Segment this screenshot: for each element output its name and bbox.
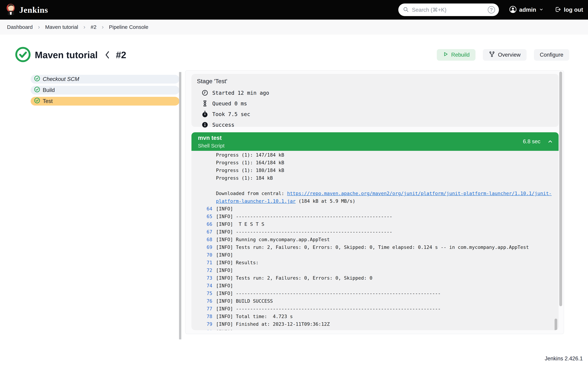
step-subtitle: Shell Script: [198, 143, 523, 149]
console-line-number: [191, 197, 212, 205]
console-line-number[interactable]: 73: [191, 274, 212, 282]
console-line-text: [INFO]: [212, 282, 236, 290]
console-line: 72[INFO]: [191, 267, 559, 274]
console-line-number[interactable]: 71: [191, 259, 212, 267]
breadcrumb-pipeline-console[interactable]: Pipeline Console: [109, 24, 148, 30]
console-line-text: [INFO]: [212, 205, 236, 213]
console-text: (184 kB at 5.9 MB/s): [295, 198, 355, 204]
search-help-icon[interactable]: ?: [488, 6, 495, 13]
build-number: #2: [116, 50, 126, 60]
console-line-number[interactable]: 75: [191, 290, 212, 297]
step-duration: 6.8 sec: [523, 138, 540, 145]
pipeline-graph-icon: [489, 51, 495, 59]
console-link[interactable]: platform-launcher-1.10.1.jar: [216, 198, 295, 204]
stage-label: Test: [43, 98, 53, 104]
overview-button[interactable]: Overview: [483, 49, 526, 61]
console-line-text: [INFO] ---------------------------------…: [212, 328, 441, 330]
console-line: platform-launcher-1.10.1.jar (184 kB at …: [191, 197, 559, 205]
console-text: [INFO] ---------------------------------…: [216, 229, 392, 234]
console-line-text: [INFO] BUILD SUCCESS: [212, 297, 273, 305]
search-input[interactable]: Search (⌘+K) ?: [398, 3, 499, 16]
pane-scrollbar-thumb[interactable]: [559, 72, 562, 306]
console-line-text: [INFO] Tests run: 2, Failures: 0, Errors…: [212, 274, 372, 282]
console-line-number[interactable]: 76: [191, 297, 212, 305]
console-text: [INFO] ---------------------------------…: [216, 306, 441, 311]
stage-started-row: Started 12 min ago: [201, 89, 269, 97]
console-line-number[interactable]: 69: [191, 243, 212, 251]
console-line-number: [191, 167, 212, 174]
console-line: [191, 182, 559, 190]
console-line: 79[INFO] Finished at: 2023-12-11T09:36:1…: [191, 320, 559, 328]
logout-button[interactable]: log out: [555, 6, 583, 13]
console-line-number: [191, 159, 212, 167]
breadcrumb-chevron-icon: ›: [38, 23, 40, 30]
console-line-number[interactable]: 72: [191, 267, 212, 274]
console-scrollbar-thumb[interactable]: [554, 319, 557, 330]
user-menu[interactable]: admin: [509, 6, 544, 14]
console-line-number: [191, 174, 212, 182]
configure-button[interactable]: Configure: [534, 49, 569, 61]
console-line: 69[INFO] Tests run: 2, Failures: 0, Erro…: [191, 243, 559, 251]
breadcrumb: Dashboard › Maven tutorial › #2 › Pipeli…: [0, 20, 588, 35]
console-line-text: [INFO] Running com.mycompany.app.AppTest: [212, 236, 330, 243]
console-line: 66[INFO] T E S T S: [191, 220, 559, 228]
console-text: [INFO] BUILD SUCCESS: [216, 298, 273, 304]
stage-details-card: Stage 'Test' Started 12 min ago Queued 0…: [191, 74, 559, 127]
console-line-text: Progress (1): 180/184 kB: [212, 167, 284, 174]
console-text: [INFO]: [216, 206, 236, 211]
console-line: 68[INFO] Running com.mycompany.app.AppTe…: [191, 236, 559, 243]
console-line-number[interactable]: 66: [191, 220, 212, 228]
console-step-header[interactable]: mvn test Shell Script 6.8 sec: [191, 132, 559, 151]
console-step-card: mvn test Shell Script 6.8 sec Progress (…: [191, 132, 559, 330]
console-line-number[interactable]: 78: [191, 313, 212, 320]
console-line-text: [212, 182, 216, 190]
console-text: [INFO]: [216, 267, 236, 273]
console-line-number: [191, 182, 212, 190]
console-line-text: Progress (1): 164/184 kB: [212, 159, 284, 167]
page-header: Maven tutorial #2 Rebuild Overview Confi…: [15, 45, 569, 65]
stage-item-checkout-scm[interactable]: Checkout SCM: [31, 75, 179, 83]
console-log-body: Progress (1): 147/184 kBProgress (1): 16…: [191, 151, 559, 330]
stage-item-test[interactable]: Test: [31, 97, 179, 106]
chevron-left-icon[interactable]: [104, 50, 111, 59]
console-line-number[interactable]: 64: [191, 205, 212, 213]
stage-queued-text: Queued 0 ms: [212, 100, 247, 107]
console-line-number[interactable]: 67: [191, 228, 212, 236]
stage-started-text: Started 12 min ago: [212, 90, 269, 96]
console-line-number[interactable]: 68: [191, 236, 212, 243]
build-success-icon: [15, 47, 31, 63]
console-text: [INFO]: [216, 283, 236, 288]
chevron-up-icon[interactable]: [547, 138, 553, 145]
console-line-number[interactable]: 70: [191, 251, 212, 259]
clock-icon: [201, 89, 208, 96]
console-line-number[interactable]: 79: [191, 320, 212, 328]
console-line: 65[INFO] -------------------------------…: [191, 213, 559, 220]
console-line: Progress (1): 180/184 kB: [191, 167, 559, 174]
console-line-number[interactable]: 65: [191, 213, 212, 220]
configure-label: Configure: [540, 52, 563, 58]
console-text: Downloaded from central:: [216, 191, 287, 196]
console-line-number: [191, 151, 212, 159]
console-line-number[interactable]: 74: [191, 282, 212, 290]
hourglass-icon: [201, 100, 208, 107]
console-line-text: [INFO] Results:: [212, 259, 259, 267]
console-text: [INFO] ---------------------------------…: [216, 291, 441, 296]
console-line-text: [INFO] ---------------------------------…: [212, 228, 392, 236]
console-line-number[interactable]: 80: [191, 328, 212, 330]
breadcrumb-dashboard[interactable]: Dashboard: [7, 24, 33, 30]
jenkins-home-link[interactable]: Jenkins: [5, 3, 48, 16]
split-drag-handle[interactable]: [179, 72, 181, 339]
console-line: Progress (1): 147/184 kB: [191, 151, 559, 159]
console-text: [INFO] Tests run: 2, Failures: 0, Errors…: [216, 244, 529, 250]
breadcrumb-job[interactable]: Maven tutorial: [45, 24, 78, 30]
stage-item-build[interactable]: Build: [31, 86, 179, 95]
overview-label: Overview: [498, 52, 520, 58]
breadcrumb-build[interactable]: #2: [91, 24, 96, 30]
console-link[interactable]: https://repo.maven.apache.org/maven2/org…: [287, 191, 552, 196]
stage-details-title: Stage 'Test': [197, 78, 227, 84]
console-line-text: [INFO] ---------------------------------…: [212, 305, 441, 313]
console-line-number[interactable]: 77: [191, 305, 212, 313]
rebuild-label: Rebuild: [451, 52, 469, 58]
pipeline-console-pane: Stage 'Test' Started 12 min ago Queued 0…: [185, 70, 564, 334]
rebuild-button[interactable]: Rebuild: [437, 49, 476, 61]
